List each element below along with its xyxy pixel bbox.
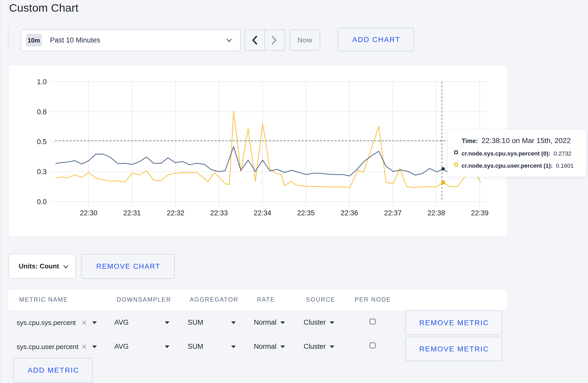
svg-text:22:31: 22:31 (123, 209, 141, 217)
svg-text:22:36: 22:36 (341, 209, 358, 217)
svg-text:22:38: 22:38 (428, 209, 445, 217)
svg-text:0.5: 0.5 (37, 138, 47, 146)
svg-text:0.3: 0.3 (37, 168, 47, 176)
svg-text:0.0: 0.0 (37, 198, 47, 206)
svg-text:22:39: 22:39 (471, 209, 489, 217)
svg-text:22:33: 22:33 (210, 209, 228, 217)
svg-text:1.0: 1.0 (37, 78, 47, 86)
svg-text:0.8: 0.8 (37, 108, 47, 116)
svg-text:22:32: 22:32 (167, 209, 184, 217)
svg-text:22:30: 22:30 (80, 209, 97, 217)
svg-text:22:34: 22:34 (254, 209, 271, 217)
svg-text:22:37: 22:37 (384, 209, 402, 217)
svg-text:22:35: 22:35 (297, 209, 315, 217)
